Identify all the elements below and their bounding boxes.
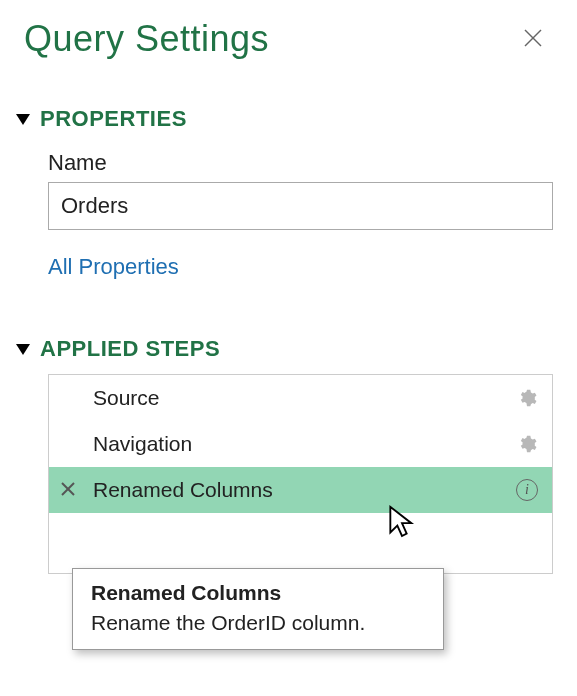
caret-down-icon <box>16 344 30 355</box>
panel-header: Query Settings <box>24 18 553 60</box>
step-row[interactable]: Navigation <box>49 421 552 467</box>
tooltip-title: Renamed Columns <box>91 581 425 605</box>
caret-down-icon <box>16 114 30 125</box>
delete-step-icon[interactable] <box>61 480 75 501</box>
step-label: Source <box>49 386 516 410</box>
query-settings-panel: Query Settings PROPERTIES Name All Prope… <box>0 0 577 574</box>
applied-steps-section-title: APPLIED STEPS <box>40 336 220 362</box>
step-row-selected[interactable]: Renamed Columns i <box>49 467 552 513</box>
all-properties-link[interactable]: All Properties <box>48 254 179 280</box>
close-icon[interactable] <box>513 21 553 57</box>
gear-icon[interactable] <box>516 433 538 455</box>
step-label: Renamed Columns <box>49 478 516 502</box>
info-icon[interactable]: i <box>516 479 538 501</box>
name-field-label: Name <box>48 150 553 176</box>
step-label: Navigation <box>49 432 516 456</box>
tooltip-description: Rename the OrderID column. <box>91 611 425 635</box>
gear-icon[interactable] <box>516 387 538 409</box>
applied-steps-section-header[interactable]: APPLIED STEPS <box>16 336 553 362</box>
applied-steps-list: Source Navigation Renamed Columns i <box>48 374 553 574</box>
step-tooltip: Renamed Columns Rename the OrderID colum… <box>72 568 444 650</box>
panel-title: Query Settings <box>24 18 269 60</box>
name-input[interactable] <box>48 182 553 230</box>
properties-section-header[interactable]: PROPERTIES <box>16 106 553 132</box>
step-row[interactable]: Source <box>49 375 552 421</box>
properties-section-title: PROPERTIES <box>40 106 187 132</box>
